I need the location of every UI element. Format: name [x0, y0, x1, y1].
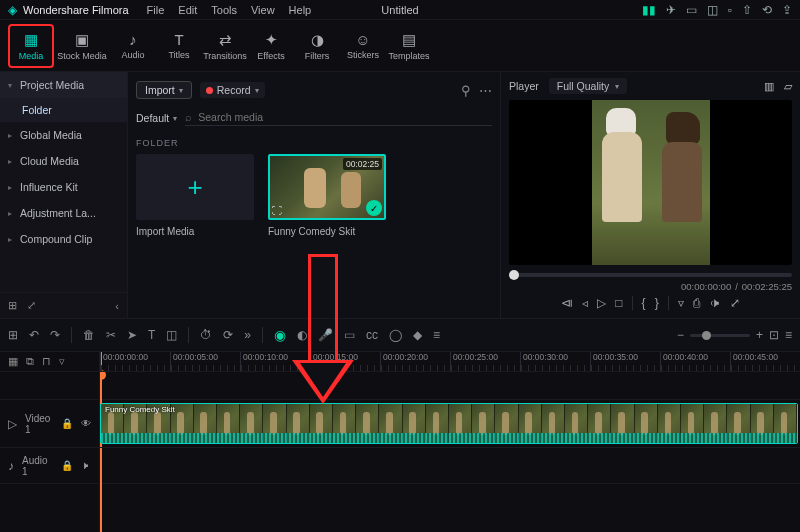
export-icon[interactable]: ⇪	[782, 3, 792, 17]
tool-mixer-icon[interactable]: ≡	[433, 328, 440, 342]
compare-view-icon[interactable]: ▥	[764, 80, 774, 92]
tab-filters[interactable]: ◑Filters	[294, 24, 340, 68]
timeline-empty-row[interactable]	[100, 372, 800, 400]
filter-icon[interactable]: ⚲	[461, 83, 471, 98]
zoom-in-icon[interactable]: +	[756, 328, 763, 342]
collapse-sidebar-icon[interactable]: ‹	[115, 300, 119, 312]
quality-dropdown[interactable]: Full Quality ▾	[549, 78, 628, 94]
tab-effects[interactable]: ✦Effects	[248, 24, 294, 68]
sort-default-dropdown[interactable]: Default ▾	[136, 112, 177, 124]
zoom-out-icon[interactable]: −	[677, 328, 684, 342]
timeline-ruler[interactable]: 00:00:00:00 00:00:05:00 00:00:10:00 00:0…	[100, 352, 800, 372]
link-icon[interactable]: ⧉	[26, 355, 34, 368]
scrubber-handle[interactable]	[509, 270, 519, 280]
ai-tool-icon[interactable]: ◉	[274, 327, 286, 343]
menu-tools[interactable]: Tools	[211, 4, 237, 16]
zoom-fit-icon[interactable]: ⊡	[769, 328, 779, 342]
menu-file[interactable]: File	[147, 4, 165, 16]
import-button[interactable]: Import ▾	[136, 81, 192, 99]
effects-icon: ✦	[265, 31, 278, 49]
tool-color-icon[interactable]: ◐	[297, 328, 307, 342]
sidebar-item-influence-kit[interactable]: ▸Influence Kit	[0, 174, 127, 200]
sidebar-item-compound-clip[interactable]: ▸Compound Clip	[0, 226, 127, 252]
player-scrubber[interactable]	[509, 273, 792, 277]
prev-frame-icon[interactable]: ⧏	[561, 296, 573, 310]
expand-clip-icon[interactable]: ⛶	[272, 205, 282, 216]
video-track-header[interactable]: ▷ Video 1 🔒 👁	[0, 400, 99, 448]
lock-icon[interactable]: 🔒	[61, 460, 73, 471]
tool-cut-icon[interactable]: ✂	[106, 328, 116, 342]
timeline-clip[interactable]: Funny Comedy Skit	[100, 403, 798, 444]
tool-mask-icon[interactable]: ◯	[389, 328, 402, 342]
preview-viewport[interactable]	[509, 100, 792, 265]
record-button[interactable]: Record ▾	[200, 82, 265, 98]
mark-out-icon[interactable]: }	[655, 296, 659, 310]
play-icon[interactable]: ▷	[597, 296, 606, 310]
tool-grid-icon[interactable]: ⊞	[8, 328, 18, 342]
zoom-slider[interactable]	[690, 334, 750, 337]
track-menu-icon[interactable]: ▦	[8, 355, 18, 368]
magnet-icon[interactable]: ⊓	[42, 355, 51, 368]
message-icon[interactable]: ▭	[686, 3, 697, 17]
tab-templates[interactable]: ▤Templates	[386, 24, 432, 68]
tool-cc-icon[interactable]: cc	[366, 328, 378, 342]
sidebar-item-project-media[interactable]: ▾Project Media	[0, 72, 127, 98]
tool-arrow-icon[interactable]: ➤	[127, 328, 137, 342]
sidebar-sub-folder[interactable]: Folder	[0, 98, 127, 122]
tab-media[interactable]: ▦ Media	[8, 24, 54, 68]
stop-icon[interactable]: □	[615, 296, 622, 310]
visibility-icon[interactable]: 👁	[81, 418, 91, 429]
tool-more-icon[interactable]: »	[244, 328, 251, 342]
menu-edit[interactable]: Edit	[178, 4, 197, 16]
tab-stock-media[interactable]: ▣Stock Media	[54, 24, 110, 68]
audio-track-header[interactable]: ♪ Audio 1 🔒 🕨	[0, 448, 99, 484]
expand-icon[interactable]: ⤢	[27, 299, 36, 312]
tool-mic-icon[interactable]: 🎤	[318, 328, 333, 342]
snapshot-icon[interactable]: ⎙	[693, 296, 700, 310]
tab-stickers[interactable]: ☺Stickers	[340, 24, 386, 68]
tool-undo-icon[interactable]: ↶	[29, 328, 39, 342]
import-media-tile[interactable]: + Import Media	[136, 154, 254, 237]
tool-rotate-icon[interactable]: ⟳	[223, 328, 233, 342]
zoom-handle[interactable]	[702, 331, 711, 340]
sidebar-item-cloud-media[interactable]: ▸Cloud Media	[0, 148, 127, 174]
refresh-icon[interactable]: ⟲	[762, 3, 772, 17]
media-clip-tile[interactable]: 00:02:25 ⛶ ✓ Funny Comedy Skit	[268, 154, 386, 237]
sidebar-item-global-media[interactable]: ▸Global Media	[0, 122, 127, 148]
search-input[interactable]	[198, 111, 492, 123]
picture-icon[interactable]: ▱	[784, 80, 792, 92]
mark-in-icon[interactable]: {	[642, 296, 646, 310]
step-back-icon[interactable]: ◃	[582, 296, 588, 310]
layout-icon[interactable]: ◫	[707, 3, 718, 17]
send-icon[interactable]: ✈	[666, 3, 676, 17]
audio-track-row[interactable]	[100, 448, 800, 484]
more-icon[interactable]: ⋯	[479, 83, 492, 98]
tool-subtitle-icon[interactable]: ▭	[344, 328, 355, 342]
tool-crop-icon[interactable]: ◫	[166, 328, 177, 342]
menu-help[interactable]: Help	[289, 4, 312, 16]
tab-titles[interactable]: TTitles	[156, 24, 202, 68]
gift-icon[interactable]: ▮▮	[642, 3, 656, 17]
track-options-icon[interactable]: ▿	[59, 355, 65, 368]
tool-text-icon[interactable]: T	[148, 328, 155, 342]
tool-redo-icon[interactable]: ↷	[50, 328, 60, 342]
tool-keyframe-icon[interactable]: ◆	[413, 328, 422, 342]
cloud-upload-icon[interactable]: ⇧	[742, 3, 752, 17]
fullscreen-icon[interactable]: ⤢	[730, 296, 740, 310]
mute-icon[interactable]: 🕨	[81, 460, 91, 471]
tab-audio[interactable]: ♪Audio	[110, 24, 156, 68]
new-folder-icon[interactable]: ⊞	[8, 299, 17, 312]
video-track-row[interactable]: Funny Comedy Skit	[100, 400, 800, 448]
tab-transitions[interactable]: ⇄Transitions	[202, 24, 248, 68]
sidebar-item-adjustment-layer[interactable]: ▸Adjustment La...	[0, 200, 127, 226]
tool-speed-icon[interactable]: ⏱	[200, 328, 212, 342]
timeline-menu-icon[interactable]: ≡	[785, 328, 792, 342]
lock-icon[interactable]: 🔒	[61, 418, 73, 429]
tool-delete-icon[interactable]: 🗑	[83, 328, 95, 342]
timeline-tracks[interactable]: 00:00:00:00 00:00:05:00 00:00:10:00 00:0…	[100, 352, 800, 532]
marker-icon[interactable]: ▿	[678, 296, 684, 310]
volume-icon[interactable]: 🕩	[709, 296, 721, 310]
menu-view[interactable]: View	[251, 4, 275, 16]
save-icon[interactable]: ▫	[728, 3, 732, 17]
media-search[interactable]: ⌕	[185, 111, 492, 126]
